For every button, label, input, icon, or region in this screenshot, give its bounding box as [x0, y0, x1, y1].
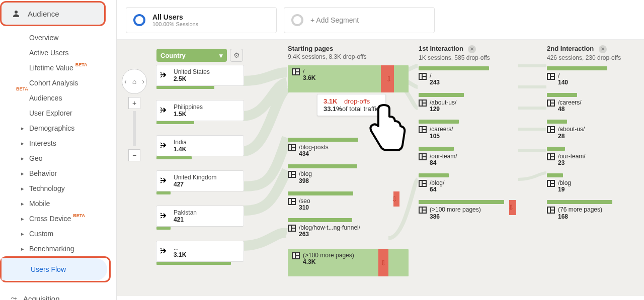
sidebar-item[interactable]: Overview	[29, 30, 116, 45]
column-sub: 9.4K sessions, 8.3K drop-offs	[288, 53, 409, 60]
close-column-icon[interactable]: ✕	[599, 45, 607, 53]
main-content: All Users 100.00% Sessions + Add Segment	[117, 0, 644, 300]
nav-left-icon: ‹	[124, 77, 127, 85]
node-value: 19	[558, 186, 571, 193]
country-node[interactable]: Philippines 1.5K	[156, 100, 244, 121]
close-column-icon[interactable]: ✕	[468, 45, 476, 53]
sidebar-item-label: Mobile	[29, 199, 50, 208]
flow-node[interactable]: /blog 19	[547, 173, 644, 195]
gear-icon: ⚙	[233, 51, 240, 59]
flow-node[interactable]: /our-team/ 84	[419, 147, 529, 168]
segment-all-users[interactable]: All Users 100.00% Sessions	[126, 7, 277, 33]
dropoff-arrow-icon: ⇩	[508, 204, 514, 212]
country-value: 421	[174, 216, 239, 223]
dropoff-bar[interactable]: ⇩	[509, 200, 516, 215]
node-name: /our-team/	[430, 153, 457, 160]
node-bar	[419, 93, 464, 97]
flow-node[interactable]: (76 more pages) 168	[547, 200, 644, 222]
flow-node[interactable]: /about-us/ 129	[419, 93, 529, 115]
settings-button[interactable]: ⚙	[230, 49, 243, 62]
flow-node[interactable]: / 3.6K ⇩	[288, 65, 409, 92]
segment-title: All Users	[152, 13, 198, 21]
sidebar-item-label: Behavior	[29, 169, 57, 177]
sidebar-item[interactable]: Cohort AnalysisBETA	[29, 75, 116, 90]
sidebar-item-users-flow[interactable]: Users Flow	[2, 258, 107, 280]
sidebar-item[interactable]: ▸Custom	[29, 226, 116, 241]
flow-node[interactable]: /our-team/ 23	[547, 147, 644, 168]
node-bar	[288, 218, 352, 222]
sidebar-item[interactable]: ▸Geo	[29, 151, 116, 166]
caret-icon: ▸	[21, 155, 24, 162]
flow-node[interactable]: (>100 more pages) 4.3K ⇩	[288, 249, 409, 276]
page-icon	[288, 144, 296, 151]
page-icon	[547, 126, 555, 133]
dropoff-bar[interactable]: ⇩	[393, 191, 399, 207]
sidebar-section-audience[interactable]: Audience	[0, 1, 106, 26]
svg-point-0	[15, 11, 18, 14]
page-icon	[419, 99, 427, 107]
segment-row: All Users 100.00% Sessions + Add Segment	[117, 0, 644, 40]
zoom-out-button[interactable]: −	[128, 149, 140, 161]
sidebar-item-label: Custom	[29, 230, 53, 238]
page-icon	[288, 198, 296, 205]
country-bar	[156, 86, 214, 89]
country-node[interactable]: India 1.4K	[156, 135, 244, 156]
sidebar-item[interactable]: Audiences	[29, 90, 116, 106]
sidebar-item[interactable]: ▸Behavior	[29, 166, 116, 181]
node-name: /seo	[299, 198, 310, 205]
flow-node[interactable]: /seo 310 ⇩	[288, 191, 409, 213]
country-bar	[156, 262, 231, 265]
flow-node[interactable]: /about-us/ 28	[547, 120, 644, 141]
flow-node[interactable]: /blog/ 64	[419, 173, 529, 195]
dropoff-bar[interactable]: ⇩	[381, 65, 394, 92]
page-icon	[547, 99, 555, 107]
sidebar-item[interactable]: ▸Cross DeviceBETA	[29, 211, 116, 226]
country-bar	[156, 191, 171, 194]
sidebar-item[interactable]: Lifetime ValueBETA	[29, 60, 116, 75]
node-bar	[419, 66, 489, 70]
dimension-selector[interactable]: Country ▾	[156, 49, 227, 62]
sidebar-item-label: Technology	[29, 184, 65, 192]
column-header: Starting pages	[288, 45, 409, 52]
segment-add[interactable]: + Add Segment	[284, 7, 435, 33]
zoom-in-button[interactable]: +	[128, 97, 140, 109]
sidebar-item[interactable]: ▸Technology	[29, 181, 116, 196]
sidebar-item[interactable]: ▸Demographics	[29, 121, 116, 136]
zoom-track[interactable]	[133, 111, 136, 146]
node-value: 386	[430, 214, 481, 220]
flow-node[interactable]: /careers/ 105	[419, 120, 529, 141]
flow-node[interactable]: /blog 398	[288, 164, 409, 186]
flow-node[interactable]: / 140	[547, 66, 644, 88]
flow-node[interactable]: / 243	[419, 66, 529, 88]
segment-circle-grey-icon	[291, 14, 303, 26]
sidebar-section-acquisition[interactable]: ⤳ Acquisition	[9, 287, 116, 300]
flow-node[interactable]: /blog-posts 434	[288, 138, 409, 159]
sidebar-item[interactable]: ▸Interests	[29, 136, 116, 151]
country-name: United States	[174, 68, 239, 75]
page-icon	[419, 207, 427, 214]
sidebar-item[interactable]: Active Users	[29, 45, 116, 60]
sidebar-item-label: Acquisition	[23, 294, 60, 301]
flow-node[interactable]: (>100 more pages) 386 ⇩	[419, 200, 529, 222]
sidebar-item[interactable]: User Explorer	[29, 106, 116, 121]
flow-node[interactable]: /careers/ 48	[547, 93, 644, 115]
sidebar-item[interactable]: ▸Benchmarking	[29, 241, 116, 256]
dropoff-bar[interactable]: ⇩	[378, 249, 388, 276]
node-value: 140	[558, 79, 568, 86]
country-node[interactable]: United Kingdom 427	[156, 170, 244, 191]
dropoff-arrow-icon: ⇩	[380, 259, 386, 267]
caret-icon: ▸	[21, 125, 24, 132]
caret-icon: ▸	[21, 246, 24, 252]
node-value: 243	[430, 79, 440, 86]
chevron-down-icon: ▾	[219, 52, 223, 59]
country-node[interactable]: ... 3.1K	[156, 241, 244, 262]
flow-area[interactable]: Country ▾ ⚙ ‹ ⌂ › + − United States 2.5K…	[117, 40, 644, 296]
users-flow-highlight: Users Flow	[0, 256, 111, 282]
sidebar-item[interactable]: ▸Mobile	[29, 196, 116, 211]
country-node[interactable]: Pakistan 421	[156, 206, 244, 227]
country-node[interactable]: United States 2.5K	[156, 65, 244, 86]
flow-node[interactable]: /blog/how-t...ng-funnel/ 263	[288, 218, 409, 240]
node-value: 398	[299, 178, 312, 184]
home-button[interactable]: ‹ ⌂ ›	[122, 69, 147, 94]
node-name: /our-team/	[558, 153, 586, 160]
